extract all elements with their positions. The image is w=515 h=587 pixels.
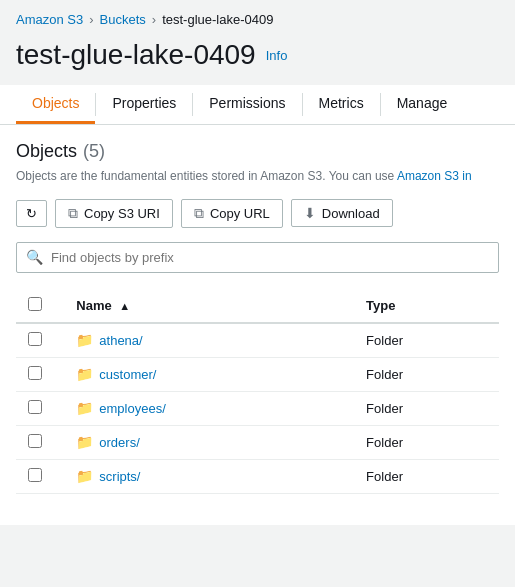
row-name-cell: 📁 customer/ [64, 357, 354, 391]
tab-permissions[interactable]: Permissions [193, 85, 301, 124]
tab-properties[interactable]: Properties [96, 85, 192, 124]
page-title: test-glue-lake-0409 [16, 39, 256, 71]
folder-icon: 📁 [76, 434, 93, 450]
folder-icon: 📁 [76, 400, 93, 416]
row-type-cell: Folder [354, 357, 499, 391]
breadcrumb-separator-2: › [152, 12, 156, 27]
objects-section-header: Objects (5) [16, 141, 499, 162]
table-row: 📁 employees/ Folder [16, 391, 499, 425]
row-name-link-3[interactable]: 📁 orders/ [76, 434, 342, 450]
objects-count: (5) [83, 141, 105, 162]
refresh-button[interactable]: ↻ [16, 200, 47, 227]
download-label: Download [322, 206, 380, 221]
objects-title: Objects [16, 141, 77, 162]
tab-manage[interactable]: Manage [381, 85, 464, 124]
row-name-cell: 📁 athena/ [64, 323, 354, 358]
objects-description-link[interactable]: Amazon S3 in [397, 169, 472, 183]
row-checkbox-cell [16, 425, 64, 459]
download-button[interactable]: ⬇ Download [291, 199, 393, 227]
table-header-name[interactable]: Name ▲ [64, 289, 354, 323]
row-name-text: orders/ [99, 435, 139, 450]
search-container: 🔍 [16, 242, 499, 273]
folder-icon: 📁 [76, 468, 93, 484]
objects-description: Objects are the fundamental entities sto… [16, 168, 499, 185]
copy-s3-uri-button[interactable]: ⧉ Copy S3 URI [55, 199, 173, 228]
tabs-container: Objects Properties Permissions Metrics M… [0, 85, 515, 125]
main-content: Objects (5) Objects are the fundamental … [0, 125, 515, 525]
table-row: 📁 athena/ Folder [16, 323, 499, 358]
table-body: 📁 athena/ Folder 📁 customer/ Folder [16, 323, 499, 494]
table-row: 📁 scripts/ Folder [16, 459, 499, 493]
row-type-cell: Folder [354, 323, 499, 358]
breadcrumb-link-s3[interactable]: Amazon S3 [16, 12, 83, 27]
row-name-link-2[interactable]: 📁 employees/ [76, 400, 342, 416]
table-header-name-label: Name [76, 298, 111, 313]
sort-icon: ▲ [119, 300, 130, 312]
row-checkbox-cell [16, 459, 64, 493]
copy-s3-uri-label: Copy S3 URI [84, 206, 160, 221]
row-name-cell: 📁 employees/ [64, 391, 354, 425]
objects-table: Name ▲ Type 📁 athena/ Folder [16, 289, 499, 494]
download-icon: ⬇ [304, 205, 316, 221]
info-link[interactable]: Info [266, 48, 288, 63]
breadcrumb: Amazon S3 › Buckets › test-glue-lake-040… [0, 0, 515, 35]
copy-s3-uri-icon: ⧉ [68, 205, 78, 222]
row-checkbox-cell [16, 323, 64, 358]
row-type-cell: Folder [354, 425, 499, 459]
search-input[interactable] [16, 242, 499, 273]
row-checkbox-2[interactable] [28, 400, 42, 414]
copy-url-button[interactable]: ⧉ Copy URL [181, 199, 283, 228]
folder-icon: 📁 [76, 366, 93, 382]
table-header-row: Name ▲ Type [16, 289, 499, 323]
breadcrumb-separator-1: › [89, 12, 93, 27]
row-checkbox-cell [16, 391, 64, 425]
table-row: 📁 orders/ Folder [16, 425, 499, 459]
table-row: 📁 customer/ Folder [16, 357, 499, 391]
refresh-icon: ↻ [26, 206, 37, 221]
row-name-link-4[interactable]: 📁 scripts/ [76, 468, 342, 484]
row-name-link-0[interactable]: 📁 athena/ [76, 332, 342, 348]
toolbar: ↻ ⧉ Copy S3 URI ⧉ Copy URL ⬇ Download [16, 199, 499, 228]
row-checkbox-1[interactable] [28, 366, 42, 380]
select-all-checkbox[interactable] [28, 297, 42, 311]
row-checkbox-cell [16, 357, 64, 391]
tab-metrics[interactable]: Metrics [303, 85, 380, 124]
copy-url-icon: ⧉ [194, 205, 204, 222]
table-header-type: Type [354, 289, 499, 323]
breadcrumb-link-buckets[interactable]: Buckets [100, 12, 146, 27]
row-checkbox-3[interactable] [28, 434, 42, 448]
tab-objects[interactable]: Objects [16, 85, 95, 124]
row-checkbox-4[interactable] [28, 468, 42, 482]
row-type-cell: Folder [354, 459, 499, 493]
row-name-text: customer/ [99, 367, 156, 382]
row-type-cell: Folder [354, 391, 499, 425]
table-header-checkbox-cell [16, 289, 64, 323]
row-name-text: employees/ [99, 401, 165, 416]
page-header: test-glue-lake-0409 Info [0, 35, 515, 71]
copy-url-label: Copy URL [210, 206, 270, 221]
folder-icon: 📁 [76, 332, 93, 348]
breadcrumb-current: test-glue-lake-0409 [162, 12, 273, 27]
row-name-text: scripts/ [99, 469, 140, 484]
row-checkbox-0[interactable] [28, 332, 42, 346]
row-name-link-1[interactable]: 📁 customer/ [76, 366, 342, 382]
row-name-cell: 📁 orders/ [64, 425, 354, 459]
row-name-cell: 📁 scripts/ [64, 459, 354, 493]
row-name-text: athena/ [99, 333, 142, 348]
